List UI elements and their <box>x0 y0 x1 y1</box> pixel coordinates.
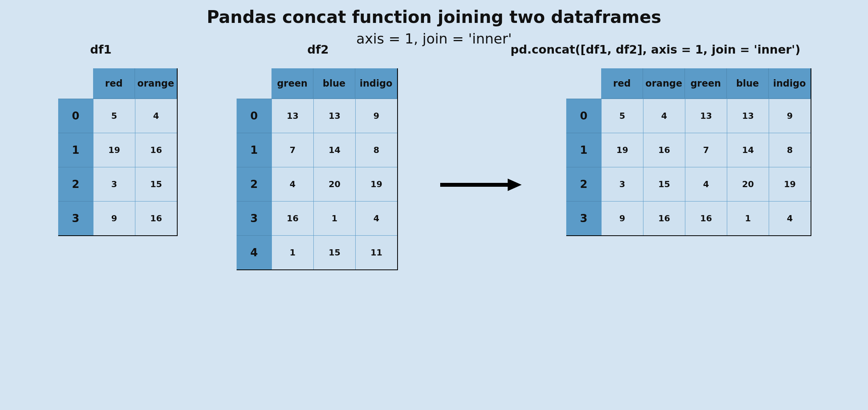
table-cell: 7 <box>271 133 313 167</box>
column-header: red <box>601 68 643 99</box>
table-cell: 19 <box>93 133 135 167</box>
dataframe-table: redorangegreenblueindigo0541313911916714… <box>566 68 811 236</box>
column-header: indigo <box>769 68 811 99</box>
table-cell: 15 <box>135 167 177 201</box>
dataframe-panel: df2greenblueindigo0131391714824201931614… <box>237 62 398 264</box>
table-cell: 13 <box>313 99 355 133</box>
dataframe-label: df1 <box>90 43 111 56</box>
row-header: 2 <box>237 167 271 201</box>
dataframe-label: df2 <box>307 43 329 56</box>
column-header: orange <box>643 68 685 99</box>
table-cell: 4 <box>643 99 685 133</box>
table-cell: 16 <box>271 201 313 235</box>
table-cell: 1 <box>271 235 313 269</box>
row-header: 4 <box>237 235 271 269</box>
page-title: Pandas concat function joining two dataf… <box>0 0 868 27</box>
table-cell: 1 <box>313 201 355 235</box>
table-cell: 19 <box>601 133 643 167</box>
table-cell: 4 <box>355 201 397 235</box>
column-header: blue <box>727 68 769 99</box>
diagram-stage: df1redorange0541191623153916df2greenblue… <box>0 62 868 373</box>
table-corner <box>237 68 271 99</box>
table-cell: 8 <box>355 133 397 167</box>
row-header: 2 <box>566 167 601 201</box>
table-cell: 7 <box>685 133 727 167</box>
row-header: 0 <box>566 99 601 133</box>
table-cell: 16 <box>135 201 177 235</box>
table-cell: 1 <box>727 201 769 235</box>
table-cell: 20 <box>727 167 769 201</box>
table-cell: 19 <box>769 167 811 201</box>
dataframe-panel: pd.concat([df1, df2], axis = 1, join = '… <box>566 62 811 230</box>
table-cell: 13 <box>685 99 727 133</box>
table-cell: 9 <box>355 99 397 133</box>
dataframe-table: redorange0541191623153916 <box>58 68 178 236</box>
table-cell: 16 <box>643 201 685 235</box>
table-cell: 11 <box>355 235 397 269</box>
table-cell: 15 <box>643 167 685 201</box>
table-corner <box>58 68 93 99</box>
table-cell: 9 <box>93 201 135 235</box>
row-header: 2 <box>58 167 93 201</box>
row-header: 3 <box>566 201 601 235</box>
dataframe-table: greenblueindigo0131391714824201931614411… <box>237 68 398 270</box>
arrow-right-icon <box>440 177 522 193</box>
dataframe-panel: df1redorange0541191623153916 <box>58 62 178 230</box>
table-cell: 3 <box>93 167 135 201</box>
table-cell: 16 <box>685 201 727 235</box>
table-corner <box>566 68 601 99</box>
row-header: 1 <box>58 133 93 167</box>
table-cell: 5 <box>601 99 643 133</box>
row-header: 1 <box>566 133 601 167</box>
column-header: indigo <box>355 68 397 99</box>
column-header: orange <box>135 68 177 99</box>
table-cell: 4 <box>769 201 811 235</box>
row-header: 3 <box>237 201 271 235</box>
table-cell: 5 <box>93 99 135 133</box>
table-cell: 15 <box>313 235 355 269</box>
table-cell: 4 <box>271 167 313 201</box>
svg-marker-1 <box>508 179 522 191</box>
column-header: blue <box>313 68 355 99</box>
table-cell: 14 <box>727 133 769 167</box>
row-header: 1 <box>237 133 271 167</box>
column-header: green <box>685 68 727 99</box>
table-cell: 14 <box>313 133 355 167</box>
dataframe-label: pd.concat([df1, df2], axis = 1, join = '… <box>510 43 800 56</box>
table-cell: 13 <box>271 99 313 133</box>
row-header: 3 <box>58 201 93 235</box>
table-cell: 20 <box>313 167 355 201</box>
row-header: 0 <box>58 99 93 133</box>
row-header: 0 <box>237 99 271 133</box>
table-cell: 13 <box>727 99 769 133</box>
table-cell: 4 <box>685 167 727 201</box>
table-cell: 4 <box>135 99 177 133</box>
table-cell: 19 <box>355 167 397 201</box>
table-cell: 9 <box>601 201 643 235</box>
column-header: green <box>271 68 313 99</box>
table-cell: 9 <box>769 99 811 133</box>
table-cell: 16 <box>643 133 685 167</box>
table-cell: 8 <box>769 133 811 167</box>
table-cell: 3 <box>601 167 643 201</box>
table-cell: 16 <box>135 133 177 167</box>
column-header: red <box>93 68 135 99</box>
